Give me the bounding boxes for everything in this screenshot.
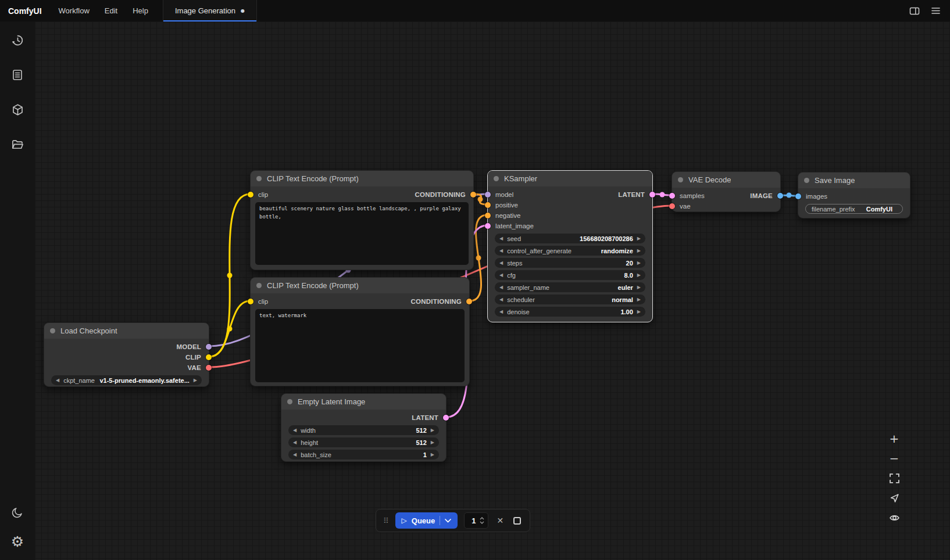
- sidebar-item-history[interactable]: [7, 30, 28, 51]
- node-header[interactable]: CLIP Text Encode (Prompt): [251, 278, 469, 293]
- node-clip-text-encode-negative[interactable]: CLIP Text Encode (Prompt) clip CONDITION…: [250, 277, 470, 386]
- conditioning-output-slot-icon[interactable]: [466, 299, 472, 304]
- main-menu-button[interactable]: [927, 3, 944, 19]
- chevron-down-icon[interactable]: [445, 519, 451, 523]
- increment-arrow-icon[interactable]: ▶: [637, 310, 641, 314]
- node-header[interactable]: CLIP Text Encode (Prompt): [251, 171, 473, 186]
- decrement-arrow-icon[interactable]: ◀: [499, 310, 503, 314]
- images-input-slot-icon[interactable]: [795, 193, 801, 199]
- collapse-dot-icon[interactable]: [287, 399, 292, 404]
- batch-size-widget[interactable]: ◀ batch_size 1 ▶: [288, 450, 439, 460]
- decrement-arrow-icon[interactable]: ◀: [56, 378, 59, 383]
- drag-handle-icon[interactable]: ⠿: [383, 517, 389, 525]
- queue-button[interactable]: ▷ Queue: [395, 512, 458, 529]
- seed-widget[interactable]: ◀ seed 156680208700286 ▶: [495, 234, 645, 243]
- negative-input-slot-icon[interactable]: [485, 213, 491, 218]
- increment-arrow-icon[interactable]: ▶: [194, 378, 197, 383]
- latent-output-slot-icon[interactable]: [649, 192, 655, 198]
- filename-prefix-widget[interactable]: filename_prefix ComfyUI: [805, 204, 903, 214]
- ckpt-name-widget[interactable]: ◀ ckpt_name v1-5-pruned-emaonly.safete..…: [51, 375, 202, 385]
- node-vae-decode[interactable]: VAE Decode samples IMAGE vae: [672, 171, 781, 212]
- batch-count-spinner[interactable]: [480, 517, 484, 524]
- increment-arrow-icon[interactable]: ▶: [637, 236, 641, 241]
- node-ksampler[interactable]: KSampler model LATENT positive negative …: [487, 170, 653, 322]
- collapse-dot-icon[interactable]: [678, 177, 683, 182]
- node-save-image[interactable]: Save Image images filename_prefix ComfyU…: [798, 172, 910, 218]
- steps-widget[interactable]: ◀ steps 20 ▶: [495, 258, 645, 268]
- sidebar-item-workflows[interactable]: [7, 134, 28, 155]
- theme-toggle-button[interactable]: [7, 502, 28, 523]
- tab-image-generation[interactable]: Image Generation ●: [163, 0, 257, 21]
- increment-arrow-icon[interactable]: ▶: [431, 440, 434, 445]
- sampler-name-widget[interactable]: ◀ sampler_name euler ▶: [495, 282, 645, 292]
- spinner-up-icon[interactable]: [480, 517, 484, 520]
- toggle-visibility-button[interactable]: [884, 509, 904, 526]
- decrement-arrow-icon[interactable]: ◀: [499, 285, 503, 290]
- samples-input-slot-icon[interactable]: [669, 193, 675, 199]
- decrement-arrow-icon[interactable]: ◀: [499, 249, 503, 253]
- stop-button[interactable]: [512, 515, 523, 526]
- clip-input-slot-icon[interactable]: [248, 299, 253, 304]
- decrement-arrow-icon[interactable]: ◀: [499, 273, 503, 278]
- prompt-textarea[interactable]: beautiful scenery nature glass bottle la…: [255, 202, 469, 265]
- decrement-arrow-icon[interactable]: ◀: [499, 236, 503, 241]
- menu-workflow[interactable]: Workflow: [51, 0, 97, 21]
- clip-input-slot-icon[interactable]: [248, 192, 253, 198]
- node-header[interactable]: KSampler: [488, 171, 652, 186]
- increment-arrow-icon[interactable]: ▶: [637, 297, 641, 302]
- increment-arrow-icon[interactable]: ▶: [637, 249, 641, 253]
- settings-button[interactable]: ⚙: [7, 531, 28, 552]
- model-output-slot-icon[interactable]: [206, 344, 212, 350]
- increment-arrow-icon[interactable]: ▶: [637, 273, 641, 278]
- prompt-textarea[interactable]: text, watermark: [255, 309, 465, 382]
- model-input-slot-icon[interactable]: [485, 192, 491, 198]
- zoom-in-button[interactable]: +: [884, 430, 904, 447]
- node-empty-latent-image[interactable]: Empty Latent Image LATENT ◀ width 512 ▶ …: [281, 393, 447, 462]
- node-header[interactable]: VAE Decode: [672, 172, 780, 188]
- width-widget[interactable]: ◀ width 512 ▶: [288, 425, 439, 435]
- menu-help[interactable]: Help: [125, 0, 156, 21]
- node-load-checkpoint[interactable]: Load Checkpoint MODEL CLIP VAE ◀ ckpt_na…: [44, 322, 209, 387]
- collapse-dot-icon[interactable]: [804, 178, 809, 183]
- decrement-arrow-icon[interactable]: ◀: [499, 297, 503, 302]
- spinner-down-icon[interactable]: [480, 521, 484, 524]
- control-after-generate-widget[interactable]: ◀ control_after_generate randomize ▶: [495, 246, 645, 256]
- decrement-arrow-icon[interactable]: ◀: [293, 453, 297, 457]
- increment-arrow-icon[interactable]: ▶: [637, 285, 641, 290]
- bottom-panel-toggle-button[interactable]: [906, 3, 923, 19]
- collapse-dot-icon[interactable]: [256, 283, 262, 288]
- node-header[interactable]: Empty Latent Image: [281, 394, 446, 410]
- fit-view-button[interactable]: [884, 470, 904, 486]
- scheduler-widget[interactable]: ◀ scheduler normal ▶: [495, 295, 645, 304]
- batch-count-input[interactable]: 1: [464, 512, 488, 529]
- sidebar-item-model-library[interactable]: [7, 99, 28, 120]
- collapse-dot-icon[interactable]: [256, 176, 262, 181]
- node-header[interactable]: Load Checkpoint: [44, 323, 209, 339]
- increment-arrow-icon[interactable]: ▶: [431, 428, 434, 433]
- vae-output-slot-icon[interactable]: [206, 365, 212, 371]
- menu-edit[interactable]: Edit: [97, 0, 125, 21]
- node-clip-text-encode-positive[interactable]: CLIP Text Encode (Prompt) clip CONDITION…: [250, 170, 474, 270]
- height-widget[interactable]: ◀ height 512 ▶: [288, 437, 439, 447]
- denoise-widget[interactable]: ◀ denoise 1.00 ▶: [495, 307, 645, 317]
- vae-input-slot-icon[interactable]: [669, 203, 675, 209]
- zoom-out-button[interactable]: −: [884, 450, 904, 466]
- collapse-dot-icon[interactable]: [50, 328, 55, 333]
- decrement-arrow-icon[interactable]: ◀: [499, 261, 503, 265]
- image-output-slot-icon[interactable]: [777, 193, 783, 199]
- node-canvas[interactable]: Load Checkpoint MODEL CLIP VAE ◀ ckpt_na…: [35, 21, 950, 560]
- node-header[interactable]: Save Image: [798, 173, 910, 188]
- collapse-dot-icon[interactable]: [494, 176, 499, 181]
- increment-arrow-icon[interactable]: ▶: [637, 261, 641, 265]
- increment-arrow-icon[interactable]: ▶: [431, 453, 434, 457]
- latent-output-slot-icon[interactable]: [443, 415, 449, 421]
- cancel-queue-button[interactable]: ✕: [495, 514, 505, 527]
- decrement-arrow-icon[interactable]: ◀: [293, 440, 297, 445]
- positive-input-slot-icon[interactable]: [485, 202, 491, 208]
- cfg-widget[interactable]: ◀ cfg 8.0 ▶: [495, 270, 645, 280]
- decrement-arrow-icon[interactable]: ◀: [293, 428, 297, 433]
- select-mode-button[interactable]: [884, 490, 904, 506]
- conditioning-output-slot-icon[interactable]: [470, 192, 476, 198]
- sidebar-item-queue[interactable]: [7, 64, 28, 85]
- latent-image-input-slot-icon[interactable]: [485, 223, 491, 229]
